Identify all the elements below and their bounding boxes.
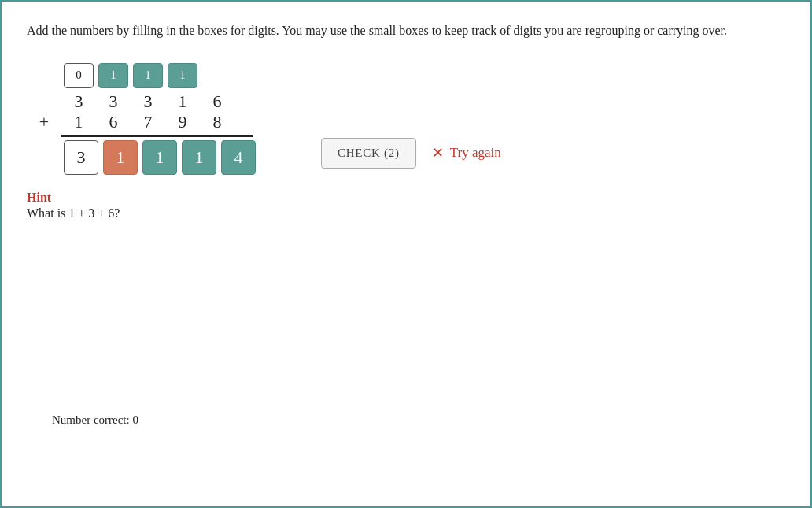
addend1-digit-4: 6 [200,91,234,112]
answer-row: 31114 [27,140,258,175]
carry-cell-1[interactable]: 1 [98,63,128,88]
x-icon: ✕ [432,144,444,161]
hint-label: Hint [27,191,785,205]
addend2-digit-1: 6 [96,112,131,132]
plus-sign: + [27,112,61,132]
addend1-digit-1: 3 [96,91,131,112]
answer-cell-4[interactable]: 4 [221,140,256,175]
addend2-digit-2: 7 [131,112,165,132]
instruction-text: Add the numbers by filling in the boxes … [27,20,782,41]
numbers-block: 33316 + 16798 31114 [27,91,258,175]
answer-cell-2[interactable]: 1 [142,140,177,175]
addend2-row: + 16798 [27,112,258,132]
addend1-digit-0: 3 [61,91,96,112]
addend2-digit-3: 9 [165,112,200,132]
addend1-digit-2: 3 [131,91,165,112]
hint-area: Hint What is 1 + 3 + 6? [27,191,785,221]
carry-cell-0[interactable]: 0 [64,63,94,88]
try-again-message: ✕ Try again [432,144,501,161]
addend2-digit-4: 8 [200,112,234,132]
try-again-text: Try again [450,145,501,161]
answer-cell-0: 3 [64,140,98,175]
answer-cell-1[interactable]: 1 [103,140,138,175]
divider [27,135,258,137]
carry-row: 0111 [27,63,258,88]
problem-block: 0111 33316 + 16798 [27,63,258,175]
carry-cell-3[interactable]: 1 [168,63,197,88]
check-button[interactable]: CHECK (2) [321,138,416,169]
addend2-digit-0: 1 [61,112,96,132]
number-correct: Number correct: 0 [52,413,138,427]
addend1-digit-3: 1 [165,91,200,112]
answer-cell-3[interactable]: 1 [182,140,216,175]
carry-cell-2[interactable]: 1 [133,63,163,88]
addend1-row: 33316 [27,91,258,112]
hint-text: What is 1 + 3 + 6? [27,206,785,221]
